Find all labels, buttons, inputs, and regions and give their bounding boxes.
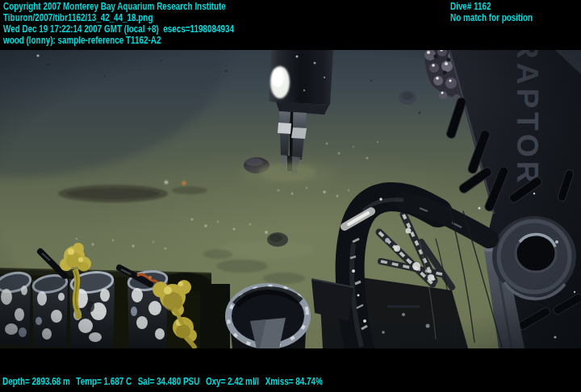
temp-readout: Temp= 1.687 C xyxy=(76,375,132,387)
vignette xyxy=(0,50,581,348)
video-feed: RAPTOR xyxy=(0,50,581,348)
oxygen-readout: Oxy= 2.42 ml/l xyxy=(206,375,259,387)
bottom-overlay-bar: Depth= 2893.68 mTemp= 1.687 CSal= 34.480… xyxy=(0,348,581,392)
dive-number: Dive# 1162 xyxy=(450,1,491,12)
top-overlay-bar: Copyright 2007 Monterey Bay Aquarium Res… xyxy=(0,0,581,50)
copyright-text: Copyright 2007 Monterey Bay Aquarium Res… xyxy=(3,1,226,12)
telemetry-line: Depth= 2893.68 mTemp= 1.687 CSal= 34.480… xyxy=(2,375,328,387)
annotation-text: wood (lonny): sample-reference T1162-A2 xyxy=(3,35,161,46)
xmiss-readout: Xmiss= 84.74% xyxy=(265,375,323,387)
depth-readout: Depth= 2893.68 m xyxy=(2,375,70,387)
position-status: No match for position xyxy=(450,12,533,23)
file-path: Tiburon/2007/tibr1162/13_42_44_18.png xyxy=(3,12,153,23)
timestamp: Wed Dec 19 17:22:14 2007 GMT (local +8) … xyxy=(3,23,234,35)
rov-video-frame: Copyright 2007 Monterey Bay Aquarium Res… xyxy=(0,0,581,392)
salinity-readout: Sal= 34.480 PSU xyxy=(138,375,200,387)
